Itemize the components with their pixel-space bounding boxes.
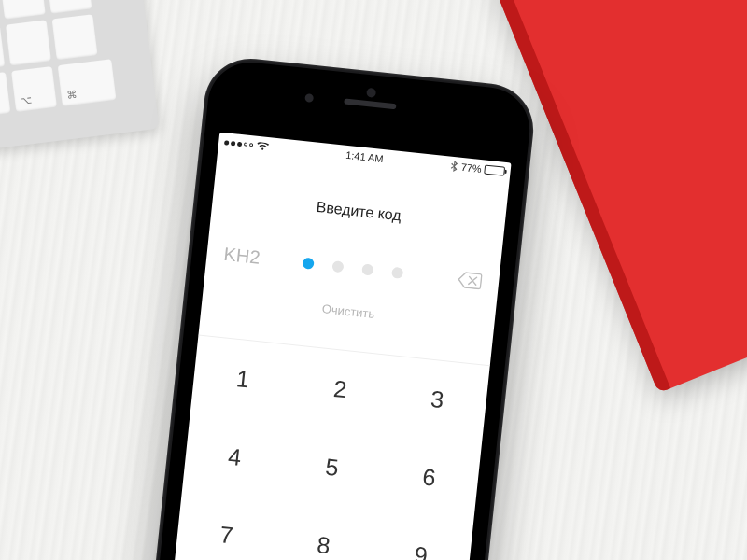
pin-dots — [303, 257, 404, 278]
keyboard-key — [0, 0, 46, 20]
backspace-icon[interactable] — [457, 271, 483, 290]
keypad-key-3[interactable]: 3 — [385, 356, 490, 443]
keypad-key-1[interactable]: 1 — [190, 335, 296, 423]
pin-dot — [331, 260, 344, 273]
battery-indicator: 77% — [460, 161, 505, 177]
battery-percent: 77% — [460, 161, 482, 175]
status-time: 1:41 AM — [345, 149, 384, 164]
wifi-icon — [257, 141, 270, 150]
keyboard-key — [0, 25, 5, 71]
pin-dot — [361, 263, 374, 275]
numeric-keypad: 1 2 3 4 5 6 7 8 9 0 — [165, 335, 489, 560]
enter-code-title: Введите код — [229, 189, 488, 233]
keypad-key-4[interactable]: 4 — [182, 413, 288, 501]
pin-dot — [303, 257, 315, 269]
keypad-key-8[interactable]: 8 — [271, 501, 376, 560]
keyboard-key: ^ — [0, 72, 10, 118]
keypad-key-7[interactable]: 7 — [174, 491, 279, 560]
keyboard-key-cmd: ⌘ — [58, 59, 117, 106]
keypad-key-5[interactable]: 5 — [279, 424, 385, 511]
keyboard-key: ⌥ — [11, 66, 57, 112]
keyboard-key — [46, 0, 92, 14]
phone-screen: 1:41 AM 77% Введите код KH2 — [165, 133, 511, 560]
code-prefix: KH2 — [222, 244, 269, 270]
signal-dots-icon — [224, 140, 253, 147]
pin-entry-section: Введите код KH2 Очистить — [200, 151, 509, 351]
keypad-key-2[interactable]: 2 — [288, 345, 393, 433]
clear-button[interactable]: Очистить — [218, 291, 478, 332]
keyboard-key — [52, 14, 98, 60]
bluetooth-icon — [450, 161, 458, 173]
pin-dot — [391, 266, 403, 278]
keypad-key-6[interactable]: 6 — [376, 434, 482, 522]
keyboard-key — [6, 20, 51, 65]
